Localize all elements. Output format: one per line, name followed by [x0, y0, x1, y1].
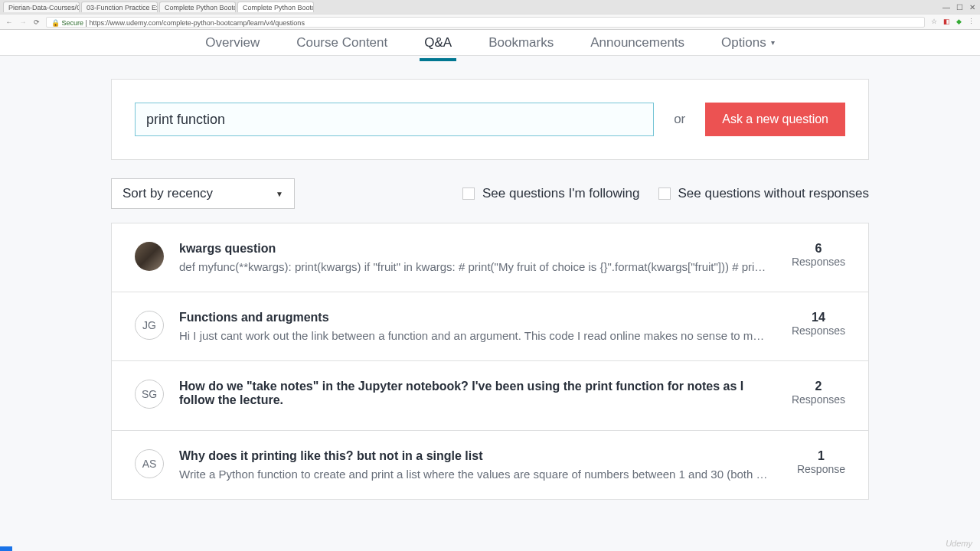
url-proto: | https://: [86, 19, 110, 27]
question-item[interactable]: kwargs question def myfunc(**kwargs): pr…: [112, 223, 868, 292]
avatar: [135, 242, 164, 271]
tab-label: Complete Python Bootc: [165, 4, 236, 11]
question-item[interactable]: SG How do we "take notes" in the Jupyter…: [112, 361, 868, 431]
question-snippet: Hi I just cant work out the link between…: [179, 329, 769, 342]
question-title: How do we "take notes" in the Jupyter no…: [179, 380, 776, 407]
avatar: JG: [135, 311, 164, 340]
chevron-down-icon: ▼: [276, 190, 283, 198]
url-input[interactable]: 🔒 Secure | https://www.udemy.com/complet…: [46, 17, 925, 28]
filters-row: Sort by recency ▼ See questions I'm foll…: [111, 178, 869, 209]
forward-button[interactable]: →: [18, 18, 28, 26]
filter-no-responses-label: See questions without responses: [678, 186, 870, 201]
course-nav: Overview Course Content Q&A Bookmarks An…: [0, 30, 980, 56]
response-count: 14 Responses: [792, 311, 845, 337]
nav-course-content[interactable]: Course Content: [296, 35, 387, 51]
checkbox-icon[interactable]: [658, 187, 671, 200]
window-close-icon[interactable]: ✕: [969, 3, 975, 11]
or-label: or: [674, 112, 685, 127]
back-button[interactable]: ←: [5, 18, 14, 26]
url-secure-label: Secure: [62, 19, 84, 27]
response-count: 2 Responses: [792, 380, 845, 406]
menu-icon[interactable]: ⋮: [966, 18, 975, 27]
response-count: 6 Responses: [792, 242, 845, 268]
browser-tab-active[interactable]: Complete Python Bootc ×: [237, 2, 314, 12]
question-title: kwargs question: [179, 242, 776, 256]
nav-options[interactable]: Options ▾: [721, 35, 775, 51]
tab-label: Complete Python Bootc: [243, 4, 314, 11]
search-card: or Ask a new question: [111, 79, 869, 160]
reload-button[interactable]: ⟳: [32, 18, 41, 26]
question-search-input[interactable]: [135, 103, 654, 136]
question-list: kwargs question def myfunc(**kwargs): pr…: [111, 223, 869, 500]
question-item[interactable]: AS Why does it printing like this? but n…: [112, 431, 868, 500]
star-icon[interactable]: ☆: [929, 18, 939, 27]
browser-tab[interactable]: Complete Python Bootc ×: [159, 2, 236, 12]
filter-following[interactable]: See questions I'm following: [462, 186, 639, 201]
window-minimize-icon[interactable]: —: [942, 3, 950, 11]
filter-no-responses[interactable]: See questions without responses: [658, 186, 870, 201]
address-bar: ← → ⟳ 🔒 Secure | https://www.udemy.com/c…: [0, 14, 980, 29]
extension-icon[interactable]: ◧: [942, 18, 951, 27]
checkbox-icon[interactable]: [462, 187, 475, 200]
extension-icon[interactable]: ◆: [954, 18, 963, 27]
question-item[interactable]: JG Functions and arugments Hi I just can…: [112, 292, 868, 361]
filter-following-label: See questions I'm following: [482, 186, 639, 201]
question-snippet: Write a Python function to create and pr…: [179, 468, 769, 481]
window-maximize-icon[interactable]: ☐: [956, 3, 963, 11]
browser-tab[interactable]: 03-Function Practice Ex ×: [81, 2, 158, 12]
sort-label: Sort by recency: [122, 186, 213, 201]
url-path: www.udemy.com/complete-python-bootcamp/l…: [109, 19, 304, 27]
nav-bookmarks[interactable]: Bookmarks: [488, 35, 554, 51]
nav-options-label: Options: [721, 35, 766, 51]
question-title: Functions and arugments: [179, 311, 776, 324]
tab-label: 03-Function Practice Ex: [87, 4, 158, 11]
avatar: SG: [135, 380, 164, 409]
tab-strip: Pierian-Data-Courses/C × 03-Function Pra…: [0, 0, 980, 14]
browser-tab[interactable]: Pierian-Data-Courses/C ×: [3, 2, 80, 12]
ask-question-button[interactable]: Ask a new question: [705, 103, 845, 136]
chevron-down-icon: ▾: [771, 38, 775, 47]
sort-select[interactable]: Sort by recency ▼: [111, 178, 295, 209]
browser-chrome: Pierian-Data-Courses/C × 03-Function Pra…: [0, 0, 980, 30]
question-snippet: def myfunc(**kwargs): print(kwargs) if "…: [179, 260, 769, 273]
avatar: AS: [135, 449, 164, 478]
question-title: Why does it printing like this? but not …: [179, 449, 782, 463]
nav-qa[interactable]: Q&A: [424, 35, 452, 51]
nav-overview[interactable]: Overview: [205, 35, 260, 51]
nav-announcements[interactable]: Announcements: [590, 35, 684, 51]
response-count: 1 Response: [797, 449, 845, 475]
tab-label: Pierian-Data-Courses/C: [8, 4, 80, 11]
